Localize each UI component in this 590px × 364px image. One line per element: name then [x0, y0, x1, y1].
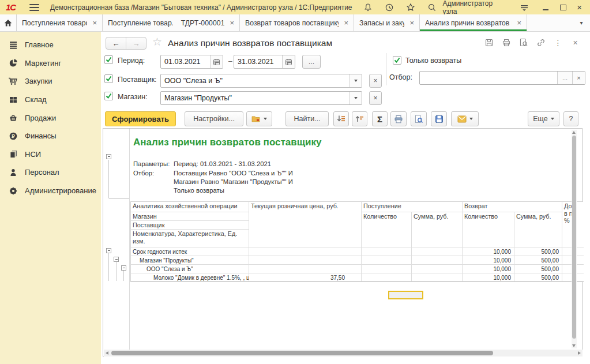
cell-price[interactable]: 37,50	[249, 273, 362, 282]
close-form-icon[interactable]: ×	[570, 37, 580, 47]
cell-price[interactable]	[249, 256, 362, 265]
notifications-bell-icon[interactable]	[363, 2, 374, 13]
forward-button[interactable]: →	[126, 37, 146, 49]
sidebar-item-administrirovanie[interactable]: Администрирование	[0, 182, 101, 200]
tab-postuplenie-tovara[interactable]: Поступление товар... ТДРТ-000001 ×	[103, 14, 240, 31]
preview-button[interactable]	[411, 111, 427, 126]
tab-postupleniya-tovarov[interactable]: Поступления товаров ×	[17, 14, 103, 31]
supplier-combo[interactable]: ООО "Слеза и Ъ"	[160, 74, 362, 88]
tabs-overflow-icon[interactable]: ▾	[573, 14, 590, 31]
scroll-up-icon[interactable]	[572, 131, 576, 134]
store-clear-icon[interactable]: ×	[369, 91, 382, 105]
cell-return-sum[interactable]: 500,00	[514, 256, 562, 265]
supplier-clear-icon[interactable]: ×	[369, 74, 382, 88]
sidebar-item-personal[interactable]: Персонал	[0, 163, 101, 182]
expand-groups-button[interactable]	[333, 111, 349, 126]
sum-button[interactable]: Σ	[372, 111, 388, 126]
calendar-icon[interactable]	[282, 55, 295, 68]
search-icon[interactable]	[427, 2, 437, 13]
more-actions-icon[interactable]: ⋮	[553, 37, 563, 47]
col-header-receipt[interactable]: Поступление	[362, 202, 463, 212]
cell-name[interactable]: Магазин "Продукты"	[131, 256, 249, 265]
user-settings-icon[interactable]	[519, 2, 529, 13]
otbor-input[interactable]: ... ×	[419, 71, 585, 85]
store-checkbox[interactable]	[104, 92, 113, 100]
otbor-clear-icon[interactable]: ×	[572, 72, 585, 84]
sidebar-item-nsi[interactable]: НСИ	[0, 145, 101, 164]
horizontal-scrollbar[interactable]	[104, 350, 583, 357]
cell-receipt-qty[interactable]	[362, 273, 412, 282]
print-button[interactable]	[390, 111, 407, 126]
generate-button[interactable]: Сформировать	[105, 111, 176, 126]
add-favorite-star-icon[interactable]: ☆	[152, 35, 162, 48]
cell-return-qty[interactable]: 10,000	[463, 256, 514, 265]
col-header-return-sum[interactable]: Сумма, руб.	[514, 212, 562, 247]
col-header-supplier[interactable]: Поставщик	[131, 221, 249, 230]
collapse-marker-icon[interactable]	[106, 154, 111, 159]
cell-return-qty[interactable]: 10,000	[463, 265, 514, 273]
sidebar-item-prodazhi[interactable]: Продажи	[0, 108, 101, 127]
cell-receipt-qty[interactable]	[362, 256, 412, 265]
main-menu-icon[interactable]	[29, 4, 39, 11]
period-checkbox[interactable]	[104, 55, 113, 64]
only-returns-checkbox[interactable]	[393, 56, 401, 65]
cell-receipt-qty[interactable]	[362, 265, 412, 273]
save-icon[interactable]	[484, 37, 494, 47]
tab-close-icon[interactable]: ×	[517, 19, 521, 27]
minimize-button[interactable]	[542, 4, 549, 11]
tab-close-icon[interactable]: ×	[344, 19, 348, 27]
settings-button[interactable]: Настройки...	[185, 111, 243, 126]
vertical-scroll-thumb[interactable]	[572, 136, 576, 339]
tab-vozvrat-tovarov[interactable]: Возврат товаров поставщику (со... ×	[240, 14, 354, 31]
col-header-price[interactable]: Текущая розничная цена, руб.	[249, 202, 362, 247]
cell-return-sum[interactable]: 500,00	[514, 273, 562, 282]
scroll-down-icon[interactable]	[572, 344, 576, 347]
cell-receipt-sum[interactable]	[412, 265, 463, 273]
period-from-input[interactable]: 01.03.2021	[160, 55, 223, 69]
scroll-right-icon[interactable]	[578, 351, 581, 355]
find-button[interactable]: Найти...	[285, 111, 329, 126]
otbor-choose-button[interactable]: ...	[557, 72, 572, 84]
maximize-button[interactable]	[560, 5, 566, 10]
sidebar-item-zakupki[interactable]: Закупки	[0, 72, 101, 91]
cell-name[interactable]: Молоко "Домик в деревне" 1.5%, , шт	[131, 273, 249, 282]
cell-name[interactable]: Срок годности истек	[131, 247, 249, 256]
tab-close-icon[interactable]: ×	[409, 19, 414, 27]
cell-return-sum[interactable]: 500,00	[514, 265, 562, 273]
calendar-icon[interactable]	[210, 55, 223, 68]
store-dropdown-icon[interactable]	[350, 92, 362, 104]
collapse-marker-icon[interactable]	[114, 257, 119, 262]
cell-return-sum[interactable]: 500,00	[514, 247, 562, 256]
back-button[interactable]: ←	[106, 37, 126, 49]
collapse-marker-icon[interactable]	[121, 265, 126, 271]
help-button[interactable]: ?	[563, 111, 578, 126]
sidebar-item-sklad[interactable]: Склад	[0, 91, 101, 109]
store-combo[interactable]: Магазин "Продукты"	[160, 91, 362, 105]
tab-analiz-prichin-vozvratov[interactable]: Анализ причин возвратов постав... ×	[420, 14, 527, 31]
sidebar-item-marketing[interactable]: Маркетинг	[0, 54, 101, 73]
col-header-receipt-sum[interactable]: Сумма, руб.	[412, 212, 463, 247]
cell-receipt-sum[interactable]	[412, 273, 463, 282]
sidebar-item-glavnoe[interactable]: Главное	[0, 36, 101, 54]
col-header-analytics[interactable]: Аналитика хозяйственной операции	[131, 202, 249, 212]
col-header-store[interactable]: Магазин	[131, 212, 249, 221]
cell-receipt-sum[interactable]	[412, 247, 463, 256]
cell-receipt-qty[interactable]	[362, 247, 412, 256]
sidebar-item-finansy[interactable]: Р Финансы	[0, 127, 101, 145]
home-tab[interactable]	[0, 14, 17, 31]
window-close-button[interactable]: ×	[577, 3, 582, 12]
supplier-dropdown-icon[interactable]	[350, 74, 362, 87]
cell-return-qty[interactable]: 10,000	[463, 247, 514, 256]
favorites-star-icon[interactable]	[405, 2, 416, 13]
cell-return-qty[interactable]: 10,000	[463, 273, 514, 282]
collapse-marker-icon[interactable]	[106, 248, 111, 253]
history-icon[interactable]	[384, 2, 394, 13]
cell-price[interactable]	[249, 247, 362, 256]
col-header-return[interactable]: Возврат	[463, 202, 562, 212]
period-variants-button[interactable]: ...	[302, 55, 321, 69]
col-header-return-qty[interactable]: Количество	[463, 212, 514, 247]
selected-cell[interactable]	[388, 291, 423, 299]
tab-zapasy-zakupki[interactable]: Запасы и закупки ×	[354, 14, 420, 31]
current-user-menu[interactable]: Администратор узла	[442, 0, 508, 16]
col-header-nomenclature[interactable]: Номенклатура, Характеристика, Ед. изм.	[131, 230, 249, 247]
